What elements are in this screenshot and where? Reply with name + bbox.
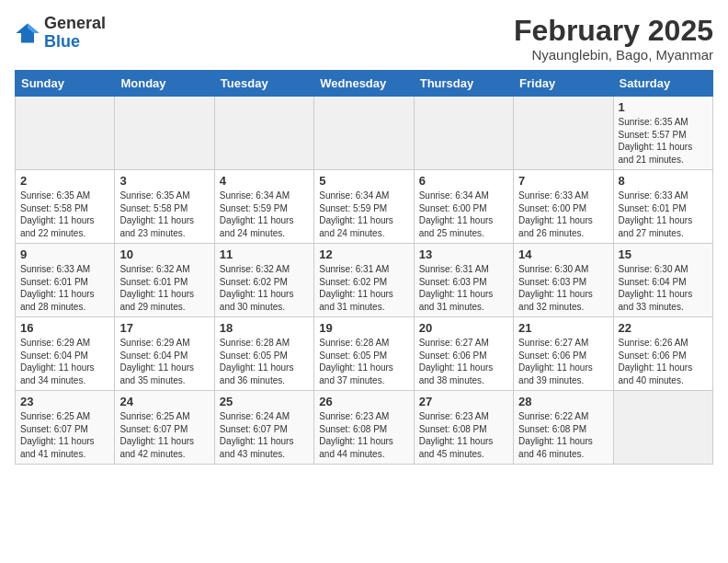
calendar-week-row: 16Sunrise: 6:29 AM Sunset: 6:04 PM Dayli… (16, 317, 713, 391)
day-number: 8 (619, 174, 708, 188)
day-number: 15 (619, 247, 708, 261)
calendar-cell (514, 97, 613, 170)
calendar-cell: 9Sunrise: 6:33 AM Sunset: 6:01 PM Daylig… (16, 244, 115, 317)
day-info: Sunrise: 6:35 AM Sunset: 5:58 PM Dayligh… (119, 190, 209, 239)
day-info: Sunrise: 6:34 AM Sunset: 6:00 PM Dayligh… (419, 190, 508, 239)
calendar-cell: 25Sunrise: 6:24 AM Sunset: 6:07 PM Dayli… (214, 391, 313, 465)
calendar-cell: 22Sunrise: 6:26 AM Sunset: 6:06 PM Dayli… (613, 317, 712, 391)
day-info: Sunrise: 6:31 AM Sunset: 6:03 PM Dayligh… (419, 263, 508, 313)
day-info: Sunrise: 6:33 AM Sunset: 6:00 PM Dayligh… (518, 190, 608, 239)
month-title: February 2025 (514, 15, 713, 47)
day-info: Sunrise: 6:27 AM Sunset: 6:06 PM Dayligh… (518, 337, 608, 386)
weekday-header: Tuesday (214, 71, 313, 97)
day-info: Sunrise: 6:35 AM Sunset: 5:57 PM Dayligh… (619, 116, 708, 166)
day-number: 2 (20, 174, 109, 188)
calendar-cell: 21Sunrise: 6:27 AM Sunset: 6:06 PM Dayli… (514, 317, 613, 391)
logo-icon (15, 20, 40, 46)
logo-general-text: General (44, 14, 106, 32)
calendar-cell (214, 97, 313, 170)
calendar-cell: 10Sunrise: 6:32 AM Sunset: 6:01 PM Dayli… (115, 244, 214, 317)
calendar-cell: 26Sunrise: 6:23 AM Sunset: 6:08 PM Dayli… (314, 391, 414, 465)
day-info: Sunrise: 6:29 AM Sunset: 6:04 PM Dayligh… (20, 337, 109, 386)
calendar-cell: 20Sunrise: 6:27 AM Sunset: 6:06 PM Dayli… (414, 317, 513, 391)
calendar-cell: 27Sunrise: 6:23 AM Sunset: 6:08 PM Dayli… (414, 391, 513, 465)
calendar-cell: 1Sunrise: 6:35 AM Sunset: 5:57 PM Daylig… (613, 97, 712, 170)
calendar-cell: 18Sunrise: 6:28 AM Sunset: 6:05 PM Dayli… (214, 317, 313, 391)
day-info: Sunrise: 6:30 AM Sunset: 6:03 PM Dayligh… (518, 263, 608, 313)
day-number: 6 (419, 174, 508, 188)
day-number: 12 (319, 247, 408, 261)
day-info: Sunrise: 6:23 AM Sunset: 6:08 PM Dayligh… (419, 410, 508, 460)
weekday-header: Sunday (16, 71, 115, 97)
day-number: 11 (220, 247, 309, 261)
location: Nyaunglebin, Bago, Myanmar (514, 47, 713, 63)
day-number: 10 (119, 247, 209, 261)
calendar-cell: 17Sunrise: 6:29 AM Sunset: 6:04 PM Dayli… (115, 317, 214, 391)
calendar-week-row: 2Sunrise: 6:35 AM Sunset: 5:58 PM Daylig… (16, 170, 713, 244)
calendar-cell: 14Sunrise: 6:30 AM Sunset: 6:03 PM Dayli… (514, 244, 613, 317)
day-number: 18 (220, 321, 309, 335)
day-number: 24 (119, 395, 209, 408)
day-number: 28 (518, 395, 608, 408)
day-info: Sunrise: 6:34 AM Sunset: 5:59 PM Dayligh… (220, 190, 309, 239)
day-info: Sunrise: 6:28 AM Sunset: 6:05 PM Dayligh… (319, 337, 408, 386)
calendar-cell: 24Sunrise: 6:25 AM Sunset: 6:07 PM Dayli… (115, 391, 214, 465)
day-info: Sunrise: 6:33 AM Sunset: 6:01 PM Dayligh… (20, 263, 109, 313)
calendar-header-row: SundayMondayTuesdayWednesdayThursdayFrid… (16, 71, 713, 97)
weekday-header: Thursday (414, 71, 513, 97)
day-number: 14 (518, 247, 608, 261)
calendar-cell: 19Sunrise: 6:28 AM Sunset: 6:05 PM Dayli… (314, 317, 414, 391)
day-number: 21 (518, 321, 608, 335)
day-number: 5 (319, 174, 408, 188)
day-info: Sunrise: 6:29 AM Sunset: 6:04 PM Dayligh… (119, 337, 209, 386)
calendar-cell (115, 97, 214, 170)
day-number: 3 (119, 174, 209, 188)
day-info: Sunrise: 6:35 AM Sunset: 5:58 PM Dayligh… (20, 190, 109, 239)
day-info: Sunrise: 6:33 AM Sunset: 6:01 PM Dayligh… (619, 190, 708, 239)
day-number: 19 (319, 321, 408, 335)
calendar-cell: 7Sunrise: 6:33 AM Sunset: 6:00 PM Daylig… (514, 170, 613, 244)
calendar-cell: 8Sunrise: 6:33 AM Sunset: 6:01 PM Daylig… (613, 170, 712, 244)
calendar-cell: 4Sunrise: 6:34 AM Sunset: 5:59 PM Daylig… (214, 170, 313, 244)
day-info: Sunrise: 6:32 AM Sunset: 6:02 PM Dayligh… (220, 263, 309, 313)
day-info: Sunrise: 6:23 AM Sunset: 6:08 PM Dayligh… (319, 410, 408, 460)
day-info: Sunrise: 6:32 AM Sunset: 6:01 PM Dayligh… (119, 263, 209, 313)
calendar-cell: 2Sunrise: 6:35 AM Sunset: 5:58 PM Daylig… (16, 170, 115, 244)
day-info: Sunrise: 6:28 AM Sunset: 6:05 PM Dayligh… (220, 337, 309, 386)
day-info: Sunrise: 6:26 AM Sunset: 6:06 PM Dayligh… (619, 337, 708, 386)
calendar-table: SundayMondayTuesdayWednesdayThursdayFrid… (15, 70, 713, 465)
day-number: 23 (20, 395, 109, 408)
day-number: 27 (419, 395, 508, 408)
weekday-header: Wednesday (314, 71, 414, 97)
calendar-week-row: 23Sunrise: 6:25 AM Sunset: 6:07 PM Dayli… (16, 391, 713, 465)
calendar-cell: 23Sunrise: 6:25 AM Sunset: 6:07 PM Dayli… (16, 391, 115, 465)
day-info: Sunrise: 6:25 AM Sunset: 6:07 PM Dayligh… (119, 410, 209, 460)
day-number: 16 (20, 321, 109, 335)
logo: General Blue (15, 15, 106, 52)
day-info: Sunrise: 6:22 AM Sunset: 6:08 PM Dayligh… (518, 410, 608, 460)
day-number: 4 (220, 174, 309, 188)
day-number: 13 (419, 247, 508, 261)
day-number: 20 (419, 321, 508, 335)
day-info: Sunrise: 6:27 AM Sunset: 6:06 PM Dayligh… (419, 337, 508, 386)
calendar-cell: 3Sunrise: 6:35 AM Sunset: 5:58 PM Daylig… (115, 170, 214, 244)
calendar-cell: 13Sunrise: 6:31 AM Sunset: 6:03 PM Dayli… (414, 244, 513, 317)
calendar-cell (414, 97, 513, 170)
calendar-cell: 12Sunrise: 6:31 AM Sunset: 6:02 PM Dayli… (314, 244, 414, 317)
page-header: General Blue February 2025 Nyaunglebin, … (15, 15, 713, 63)
day-number: 9 (20, 247, 109, 261)
day-number: 1 (619, 100, 708, 114)
logo-text: General Blue (44, 15, 106, 52)
calendar-cell (613, 391, 712, 465)
calendar-cell: 15Sunrise: 6:30 AM Sunset: 6:04 PM Dayli… (613, 244, 712, 317)
day-info: Sunrise: 6:30 AM Sunset: 6:04 PM Dayligh… (619, 263, 708, 313)
calendar-week-row: 1Sunrise: 6:35 AM Sunset: 5:57 PM Daylig… (16, 97, 713, 170)
calendar-cell (16, 97, 115, 170)
logo-blue-text: Blue (44, 32, 80, 51)
calendar-cell: 16Sunrise: 6:29 AM Sunset: 6:04 PM Dayli… (16, 317, 115, 391)
calendar-cell: 6Sunrise: 6:34 AM Sunset: 6:00 PM Daylig… (414, 170, 513, 244)
day-number: 7 (518, 174, 608, 188)
title-block: February 2025 Nyaunglebin, Bago, Myanmar (514, 15, 713, 63)
calendar-cell: 11Sunrise: 6:32 AM Sunset: 6:02 PM Dayli… (214, 244, 313, 317)
weekday-header: Friday (514, 71, 613, 97)
